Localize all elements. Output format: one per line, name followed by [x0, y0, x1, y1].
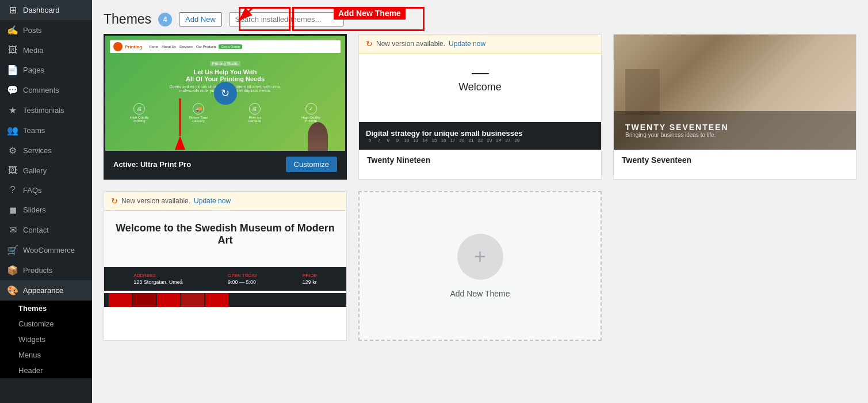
search-input[interactable]: [229, 12, 344, 26]
appearance-submenu: Themes Customize Widgets Menus Header: [0, 301, 92, 378]
sidebar-item-label: Sliders: [23, 206, 46, 214]
services-icon: ⚙: [7, 145, 18, 156]
theme-card-ultra-print[interactable]: Printing HomeAbout UsServicesOur Product…: [104, 34, 347, 180]
sidebar-item-services[interactable]: ⚙ Services: [0, 140, 92, 161]
sidebar-item-label: Products: [23, 266, 52, 275]
pages-icon: 📄: [7, 64, 18, 75]
posts-icon: ✍: [7, 25, 18, 36]
woocommerce-icon: 🛒: [7, 245, 18, 256]
sm-price-label: PRICE: [303, 273, 317, 278]
sidebar-sub-themes[interactable]: Themes: [0, 301, 92, 316]
add-plus-icon: +: [457, 234, 503, 280]
active-theme-footer: Active: Ultra Print Pro Customize: [105, 151, 345, 178]
sidebar-item-label: Posts: [23, 26, 42, 35]
sidebar-item-gallery[interactable]: 🖼 Gallery: [0, 161, 92, 180]
tn-update-notice: ↻ New version available. Update now: [359, 35, 601, 54]
tn-welcome-text: Welcome: [458, 81, 502, 93]
faqs-icon: ?: [7, 185, 18, 195]
tn-strategy: Digital strategy for unique small busine…: [366, 129, 594, 138]
sidebar-item-dashboard[interactable]: ⊞ Dashboard: [0, 0, 92, 20]
active-label: Active: Ultra Print Pro: [113, 160, 191, 169]
sidebar-item-teams[interactable]: 👥 Teams: [0, 120, 92, 140]
person-silhouette: [308, 122, 328, 151]
tn-line: [472, 73, 489, 74]
theme-card-swedish-museum[interactable]: ↻ New version available. Update now Welc…: [104, 191, 347, 341]
theme-preview-twenty-nineteen: ↻ New version available. Update now Welc…: [359, 35, 601, 150]
sm-dark-band: ADDRESS 123 Storgatan, Umeå OPEN TODAY 9…: [104, 267, 346, 291]
add-new-theme-card[interactable]: + Add New Theme: [358, 191, 602, 341]
sidebar-item-label: Services: [23, 146, 52, 155]
upt-hero-title: Let Us Help You WithAll Of Your Printing…: [121, 69, 329, 82]
comments-icon: 💬: [7, 85, 18, 96]
theme-card-twenty-nineteen[interactable]: ↻ New version available. Update now Welc…: [358, 34, 602, 180]
ts-overlay: TWENTY SEVENTEEN Bringing your business …: [614, 111, 856, 150]
sidebar-item-pages[interactable]: 📄 Pages: [0, 60, 92, 80]
main-content: Help ▾ Themes 4 Add New Add New Theme: [92, 0, 868, 403]
sidebar-item-label: Contact: [23, 226, 49, 234]
sidebar-item-label: Gallery: [23, 166, 47, 175]
themes-count-badge: 4: [158, 13, 172, 26]
tn-calendar: 678 910 131415 1617 202122 2324 2728: [366, 138, 594, 143]
sidebar-item-label: Testimonials: [23, 106, 64, 115]
twenty-seventeen-name: Twenty Seventeen: [614, 150, 856, 170]
sidebar-item-label: Comments: [23, 86, 59, 94]
sidebar-item-label: Pages: [23, 66, 44, 74]
sidebar-item-products[interactable]: 📦 Products: [0, 260, 92, 280]
media-icon: 🖼: [7, 45, 18, 55]
theme-preview-twenty-seventeen: 🌵 TWENTY SEVENTEEN Bringing your busines…: [614, 35, 856, 150]
sidebar-item-label: FAQs: [23, 186, 42, 195]
sm-hours-value: 9:00 — 5:00: [228, 279, 258, 285]
tn-dark-band: Digital strategy for unique small busine…: [359, 122, 601, 150]
sidebar-item-sliders[interactable]: ◼ Sliders: [0, 200, 92, 220]
sidebar-item-woocommerce[interactable]: 🛒 WooCommerce: [0, 240, 92, 260]
sidebar-item-label: WooCommerce: [23, 246, 75, 254]
sidebar-sub-customize[interactable]: Customize: [0, 316, 92, 332]
theme-preview-swedish-museum: ↻ New version available. Update now Welc…: [104, 192, 346, 307]
sm-update-notice: ↻ New version available. Update now: [104, 192, 346, 211]
dashboard-icon: ⊞: [7, 5, 18, 16]
contact-icon: ✉: [7, 225, 18, 235]
add-new-button[interactable]: Add New: [179, 12, 222, 26]
appearance-icon: 🎨: [7, 285, 18, 296]
sidebar-item-contact[interactable]: ✉ Contact: [0, 220, 92, 240]
sidebar-item-label: Appearance: [23, 286, 63, 295]
sidebar-item-appearance[interactable]: 🎨 Appearance: [0, 280, 92, 301]
twenty-nineteen-name: Twenty Nineteen: [359, 150, 601, 170]
sm-price-value: 129 kr: [303, 279, 317, 285]
sidebar-sub-widgets[interactable]: Widgets: [0, 332, 92, 347]
customize-button[interactable]: Customize: [286, 157, 337, 172]
page-header: Themes 4 Add New Add New Theme: [92, 5, 868, 34]
sm-hours-label: OPEN TODAY: [228, 273, 258, 278]
page-title: Themes: [104, 12, 151, 27]
sidebar-item-label: Dashboard: [23, 6, 60, 14]
upt-logo: [113, 42, 123, 51]
sidebar-item-media[interactable]: 🖼 Media: [0, 40, 92, 60]
theme-card-twenty-seventeen[interactable]: 🌵 TWENTY SEVENTEEN Bringing your busines…: [613, 34, 856, 180]
gallery-icon: 🖼: [7, 165, 18, 176]
products-icon: 📦: [7, 265, 18, 276]
sidebar-item-testimonials[interactable]: ★ Testimonials: [0, 100, 92, 120]
tn-update-link[interactable]: Update now: [449, 40, 485, 48]
add-new-theme-label: Add New Theme: [450, 289, 510, 298]
sm-address-value: 123 Storgatan, Umeå: [133, 279, 183, 285]
teams-icon: 👥: [7, 125, 18, 136]
ts-subtitle: Bringing your business ideas to life.: [625, 132, 844, 138]
sidebar: ⊞ Dashboard ✍ Posts 🖼 Media 📄 Pages 💬 Co…: [0, 0, 92, 403]
sidebar-item-posts[interactable]: ✍ Posts: [0, 20, 92, 40]
sm-update-link[interactable]: Update now: [194, 197, 231, 205]
sidebar-sub-header[interactable]: Header: [0, 363, 92, 378]
sidebar-item-faqs[interactable]: ? FAQs: [0, 180, 92, 200]
sidebar-item-comments[interactable]: 💬 Comments: [0, 80, 92, 100]
sliders-icon: ◼: [7, 204, 18, 215]
sidebar-item-label: Media: [23, 46, 43, 55]
ts-title: TWENTY SEVENTEEN: [625, 123, 844, 132]
sidebar-sub-menus[interactable]: Menus: [0, 347, 92, 363]
themes-grid: Printing HomeAbout UsServicesOur Product…: [92, 34, 868, 352]
sidebar-item-label: Teams: [23, 126, 45, 135]
callout-label: Add New Theme: [334, 7, 406, 20]
theme-preview-ultra-print: Printing HomeAbout UsServicesOur Product…: [105, 36, 345, 151]
ts-side-table: [625, 69, 660, 115]
loading-icon: ↻: [214, 82, 237, 105]
sm-title: Welcome to the Swedish Museum of Modern …: [116, 222, 335, 246]
sm-address-label: ADDRESS: [133, 273, 183, 278]
